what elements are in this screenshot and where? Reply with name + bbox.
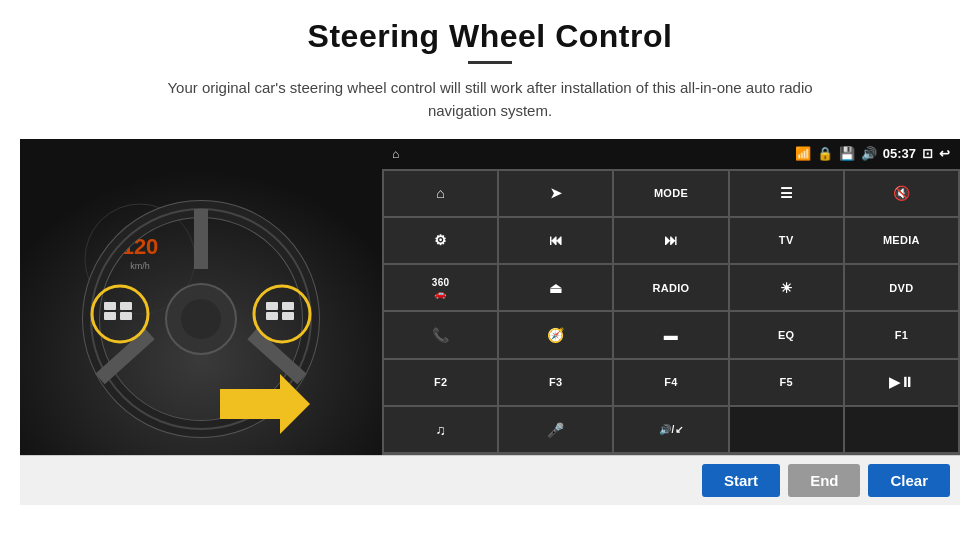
svg-rect-20 [266,312,278,320]
clock: 05:37 [883,146,916,161]
btn-playpause[interactable]: ▶⏸ [845,360,958,405]
btn-prev[interactable]: ⏮ [499,218,612,263]
sd-icon: 💾 [839,146,855,161]
svg-rect-21 [282,302,294,310]
lock-icon: 🔒 [817,146,833,161]
btn-f2[interactable]: F2 [384,360,497,405]
title-divider [468,61,512,64]
svg-rect-19 [266,302,278,310]
clear-button[interactable]: Clear [868,464,950,497]
btn-f4[interactable]: F4 [614,360,727,405]
bottom-bar: Start End Clear [20,455,960,505]
btn-nav[interactable]: ➤ [499,171,612,216]
btn-media[interactable]: MEDIA [845,218,958,263]
page-container: Steering Wheel Control Your original car… [0,0,980,544]
btn-music[interactable]: ♫ [384,407,497,452]
btn-radio[interactable]: RADIO [614,265,727,310]
btn-vol-call[interactable]: 🔊/↙ [614,407,727,452]
back-icon: ↩ [939,146,950,161]
cast-icon: ⊡ [922,146,933,161]
btn-f3[interactable]: F3 [499,360,612,405]
status-right: 📶 🔒 💾 🔊 05:37 ⊡ ↩ [795,146,950,161]
status-left: ⌂ [392,147,399,161]
btn-vol-mute[interactable]: 🔇 [845,171,958,216]
end-button[interactable]: End [788,464,860,497]
btn-home[interactable]: ⌂ [384,171,497,216]
steering-wheel-image: 120 km/h [20,139,382,455]
btn-360[interactable]: 360🚗 [384,265,497,310]
svg-point-12 [181,299,221,339]
btn-brightness[interactable]: ☀ [730,265,843,310]
btn-mode[interactable]: MODE [614,171,727,216]
btn-eject[interactable]: ⏏ [499,265,612,310]
status-bar: ⌂ 📶 🔒 💾 🔊 05:37 ⊡ ↩ [382,139,960,169]
empty-cell-2 [845,407,958,452]
content-row: 120 km/h [20,139,960,455]
start-button[interactable]: Start [702,464,780,497]
btn-f5[interactable]: F5 [730,360,843,405]
page-title: Steering Wheel Control [308,18,673,55]
svg-rect-22 [282,312,294,320]
page-subtitle: Your original car's steering wheel contr… [140,76,840,123]
button-grid: ⌂ ➤ MODE ☰ 🔇 ⚙ ⏮ ⏭ TV MEDIA 360🚗 ⏏ RADIO… [382,169,960,455]
svg-text:km/h: km/h [130,261,150,271]
btn-eq[interactable]: EQ [730,312,843,357]
btn-list[interactable]: ☰ [730,171,843,216]
btn-mic[interactable]: 🎤 [499,407,612,452]
btn-next[interactable]: ⏭ [614,218,727,263]
btn-phone[interactable]: 📞 [384,312,497,357]
svg-rect-17 [120,302,132,310]
svg-rect-15 [104,302,116,310]
home-icon: ⌂ [392,147,399,161]
btn-f1[interactable]: F1 [845,312,958,357]
svg-rect-16 [104,312,116,320]
btn-screen[interactable]: ▬ [614,312,727,357]
svg-rect-18 [120,312,132,320]
wifi-icon: 📶 [795,146,811,161]
btn-map[interactable]: 🧭 [499,312,612,357]
bt-icon: 🔊 [861,146,877,161]
btn-settings[interactable]: ⚙ [384,218,497,263]
android-panel: ⌂ 📶 🔒 💾 🔊 05:37 ⊡ ↩ ⌂ ➤ MODE ☰ [382,139,960,455]
empty-cell-1 [730,407,843,452]
btn-tv[interactable]: TV [730,218,843,263]
btn-dvd[interactable]: DVD [845,265,958,310]
